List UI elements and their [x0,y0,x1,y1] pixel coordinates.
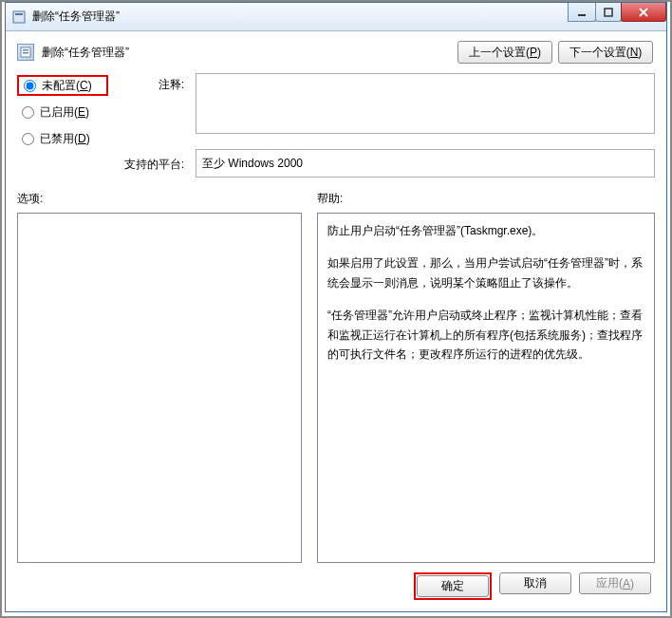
setting-name-text: 删除“任务管理器” [42,45,129,61]
help-panel[interactable]: 防止用户启动“任务管理器”(Taskmgr.exe)。如果启用了此设置，那么，当… [317,213,655,563]
screenshot-frame: 删除“任务管理器” 删除“任务管理器” [0,0,672,618]
svg-rect-3 [605,9,612,16]
svg-rect-0 [13,11,25,23]
field-inputs: 至少 Windows 2000 [196,73,655,178]
config-area: 未配置(C) 已启用(E) 已禁用(D) 注释: 支持的平台: [17,73,655,178]
nav-buttons: 上一个设置(P) 下一个设置(N) [457,41,653,64]
comment-label: 注释: [120,77,184,134]
setting-title: 删除“任务管理器” [17,44,129,61]
platform-label: 支持的平台: [120,157,184,173]
help-paragraph: “任务管理器”允许用户启动或终止程序；监视计算机性能；查看和监视正运行在计算机上… [327,306,644,364]
radio-disabled-input[interactable] [22,133,34,145]
minimize-button[interactable] [568,3,596,22]
next-setting-button[interactable]: 下一个设置(N) [558,41,653,64]
window-controls [569,3,666,22]
svg-rect-2 [578,14,586,16]
state-radio-group: 未配置(C) 已启用(E) 已禁用(D) [17,73,108,178]
close-button[interactable] [621,3,666,22]
ok-highlight: 确定 [414,572,492,600]
svg-rect-1 [15,13,23,15]
options-panel[interactable] [17,213,302,563]
app-icon [11,9,27,25]
svg-rect-6 [23,52,28,54]
radio-enabled[interactable]: 已启用(E) [17,102,108,122]
platform-text: 至少 Windows 2000 [202,157,303,170]
dialog-window: 删除“任务管理器” 删除“任务管理器” [5,2,667,612]
field-labels: 注释: 支持的平台: [120,73,184,178]
svg-rect-5 [23,49,28,51]
options-column: 选项: [17,191,302,563]
body-row: 选项: 帮助: 防止用户启动“任务管理器”(Taskmgr.exe)。如果启用了… [17,191,655,563]
help-column: 帮助: 防止用户启动“任务管理器”(Taskmgr.exe)。如果启用了此设置，… [317,191,655,563]
apply-button[interactable]: 应用(A) [579,572,651,594]
radio-enabled-input[interactable] [22,106,34,119]
maximize-button[interactable] [595,3,622,22]
header-row: 删除“任务管理器” 上一个设置(P) 下一个设置(N) [17,41,655,64]
dialog-footer: 确定 取消 应用(A) [17,563,655,602]
cancel-button[interactable]: 取消 [499,572,571,594]
previous-setting-button[interactable]: 上一个设置(P) [457,41,552,64]
options-label: 选项: [17,191,302,207]
radio-not-configured-input[interactable] [24,80,36,92]
policy-icon [17,44,34,61]
help-paragraph: 防止用户启动“任务管理器”(Taskmgr.exe)。 [327,221,644,240]
window-title: 删除“任务管理器” [32,9,120,25]
ok-button[interactable]: 确定 [417,575,489,597]
radio-disabled[interactable]: 已禁用(D) [17,128,108,149]
client-area: 删除“任务管理器” 上一个设置(P) 下一个设置(N) 未配置(C) [6,31,666,611]
comment-input[interactable] [196,73,655,134]
help-paragraph: 如果启用了此设置，那么，当用户尝试启动“任务管理器”时，系统会显示一则消息，说明… [327,253,644,292]
supported-platforms-box: 至少 Windows 2000 [196,149,655,178]
radio-not-configured[interactable]: 未配置(C) [17,75,108,96]
help-label: 帮助: [317,191,655,207]
title-bar[interactable]: 删除“任务管理器” [6,3,666,31]
